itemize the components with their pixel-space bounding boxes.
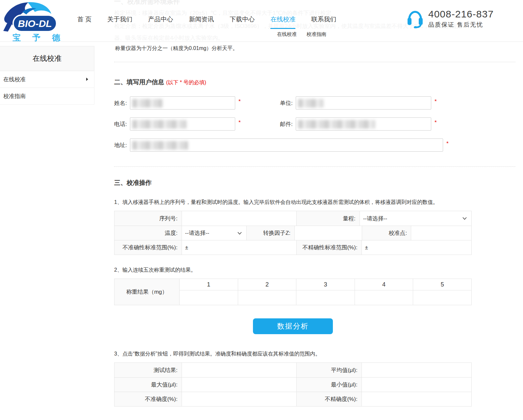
sidebar-item-calibration-guide[interactable]: 校准指南 <box>0 88 94 105</box>
calibration-point-input[interactable] <box>411 226 471 240</box>
phone-label: 电话: <box>114 120 130 128</box>
dolphin-logo-icon: BIO-DL <box>2 1 59 32</box>
nav-item-downloads[interactable]: 下载中心 <box>230 15 255 29</box>
redacted-value <box>132 99 162 108</box>
subnav-calibration-guide[interactable]: 校准指南 <box>307 31 326 37</box>
redacted-value <box>298 120 375 129</box>
section2-title: 二、填写用户信息 <box>114 79 164 86</box>
table-row: 测试结果: 平均值(μl): <box>114 363 471 377</box>
unit-input[interactable] <box>296 96 431 110</box>
analysis-result-table: 测试结果: 平均值(μl): 最大值(μl): 最小值(μl): 不准确度(%)… <box>114 362 472 407</box>
range-select-value: --请选择-- <box>363 215 387 222</box>
plus-minus-sign: ± <box>365 244 368 251</box>
form-row: 姓名: * 单位: * <box>114 96 523 110</box>
serial-label: 序列号: <box>114 211 182 226</box>
weighing-col-header: 4 <box>355 279 413 290</box>
site-header: 一、校准所需环境条件 检定环境：移液器应在室温为（20±5）℃，且室温变化不得大… <box>0 0 523 42</box>
ghost-line: 器、吸头等应在检定前4小时放入实验室内。 <box>114 34 223 42</box>
inaccuracy-range-value: ± <box>182 240 297 255</box>
inaccuracy-range-label: 不准确性标准范围(%): <box>114 240 182 255</box>
step1-text: 1、填入移液器手柄上的序列号，量程和测试时的温度。输入完毕后软件会自动出现此支移… <box>114 199 523 206</box>
nav-item-online-calibration[interactable]: 在线校准 <box>270 15 295 29</box>
weighing-results-table: 称重结果（mg） 1 2 3 4 5 <box>114 279 472 305</box>
subnav-online-calibration[interactable]: 在线校准 <box>277 31 297 37</box>
sidebar: 在线校准 在线校准 校准指南 <box>0 42 94 105</box>
calibration-subnav: 在线校准 校准指南 <box>277 31 326 37</box>
weighing-row-label: 称重结果（mg） <box>114 279 180 305</box>
imprecision-range-label: 不精确性标准范围(%): <box>297 240 362 255</box>
z-factor-label: 转换因子Z: <box>247 226 295 240</box>
logo-chinese-name: 宝 予 德 <box>12 32 61 42</box>
required-star: * <box>435 117 440 126</box>
balance-note-text: 称量仪器为十万分之一（精度为0.01mg）分析天平。 <box>115 45 523 52</box>
calibration-point-label: 校准点: <box>362 226 411 240</box>
table-row: 不准确性标准范围(%): ± 不精确性标准范围(%): ± <box>114 240 471 255</box>
nav-item-contact[interactable]: 联系我们 <box>311 15 336 29</box>
weighing-input-5[interactable] <box>413 290 471 305</box>
svg-text:BIO-DL: BIO-DL <box>18 18 52 29</box>
user-info-form: 姓名: * 单位: * 电话: * 邮件: * 地址: <box>114 96 523 152</box>
min-label: 最小值(μl): <box>297 378 362 392</box>
z-factor-input[interactable] <box>295 226 362 240</box>
weighing-cells: 1 2 3 4 5 <box>180 279 471 305</box>
weighing-input-3[interactable] <box>296 290 355 305</box>
main-content: 称量仪器为十万分之一（精度为0.01mg）分析天平。 二、填写用户信息(以下 *… <box>114 42 523 407</box>
table-row: 序列号: 量程: --请选择-- <box>114 211 471 226</box>
imprecision-value <box>362 392 471 406</box>
table-row: 温度: --请选择-- 转换因子Z: 校准点: <box>114 226 471 240</box>
nav-item-products[interactable]: 产品中心 <box>148 15 173 29</box>
temperature-select[interactable]: --请选择-- <box>182 226 247 240</box>
data-analysis-button[interactable]: 数据分析 <box>253 318 333 334</box>
weighing-col-header: 2 <box>238 279 297 290</box>
name-input[interactable] <box>130 96 235 110</box>
required-star: * <box>446 138 452 147</box>
required-star: * <box>238 96 244 105</box>
weighing-input-1[interactable] <box>180 290 238 305</box>
ghost-line: 一、校准所需环境条件 <box>114 0 180 6</box>
required-star: * <box>238 117 244 126</box>
nav-item-news[interactable]: 新闻资讯 <box>189 15 214 29</box>
phone-input[interactable] <box>130 117 235 131</box>
range-select[interactable]: --请选择-- <box>360 211 471 226</box>
name-label: 姓名: <box>114 99 130 107</box>
max-value <box>182 378 297 392</box>
button-row: 数据分析 <box>114 318 472 334</box>
address-input[interactable] <box>130 138 443 152</box>
dotted-divider <box>114 62 515 62</box>
redacted-value <box>298 99 324 108</box>
chevron-right-icon <box>86 78 88 81</box>
section2-heading: 二、填写用户信息(以下 * 号的必填) <box>114 78 523 86</box>
range-label: 量程: <box>297 211 360 226</box>
email-input[interactable] <box>296 117 431 131</box>
temperature-label: 温度: <box>114 226 182 240</box>
average-value <box>362 363 471 377</box>
inaccuracy-label: 不准确度(%): <box>114 392 182 406</box>
email-label: 邮件: <box>280 120 296 128</box>
imprecision-label: 不精确度(%): <box>297 392 362 406</box>
imprecision-range-value: ± <box>362 240 471 255</box>
weighing-input-4[interactable] <box>355 290 413 305</box>
inaccuracy-value <box>182 392 297 406</box>
sidebar-item-label: 校准指南 <box>3 92 26 100</box>
max-label: 最大值(μl): <box>114 378 182 392</box>
company-logo[interactable]: BIO-DL 宝 予 德 <box>2 1 61 42</box>
form-row: 地址: * <box>114 138 523 152</box>
test-result-label: 测试结果: <box>114 363 182 377</box>
min-value <box>362 378 471 392</box>
serial-input[interactable] <box>182 211 297 226</box>
weighing-header-row: 1 2 3 4 5 <box>180 279 471 290</box>
plus-minus-sign: ± <box>185 244 188 251</box>
calibration-params-table: 序列号: 量程: --请选择-- 温度: --请选择-- 转换因子Z: 校准点: <box>114 211 472 255</box>
table-row: 不准确度(%): 不精确度(%): <box>114 392 471 406</box>
weighing-input-2[interactable] <box>238 290 297 305</box>
nav-item-home[interactable]: 首 页 <box>77 15 91 29</box>
required-note: (以下 * 号的必填) <box>166 80 206 85</box>
weighing-col-header: 5 <box>413 279 471 290</box>
sidebar-item-online-calibration[interactable]: 在线校准 <box>0 71 94 88</box>
weighing-col-header: 3 <box>296 279 355 290</box>
step3-text: 3、点击“数据分析”按钮，即得到测试结果。准确度和精确度都应该在其标准值的范围内… <box>114 351 523 358</box>
dotted-divider <box>114 166 515 167</box>
address-label: 地址: <box>114 141 130 149</box>
chevron-down-icon <box>237 232 242 235</box>
nav-item-about[interactable]: 关于我们 <box>107 15 132 29</box>
